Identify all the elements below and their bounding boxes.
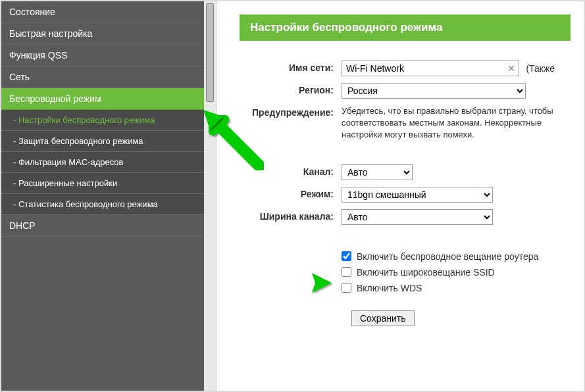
ssid-label: Имя сети: xyxy=(240,61,342,73)
sidebar-item-wireless-stats[interactable]: - Статистика беспроводного режима xyxy=(1,194,216,215)
sidebar-item-network[interactable]: Сеть xyxy=(1,66,216,88)
ssid-broadcast-label: Включить широковещание SSID xyxy=(357,267,495,278)
also-text: (Также xyxy=(526,63,555,74)
sidebar-item-dhcp[interactable]: DHCP xyxy=(1,215,216,237)
sidebar-item-quicksetup[interactable]: Быстрая настройка xyxy=(1,23,216,45)
main-content: Настройки беспроводного режима Имя сети:… xyxy=(216,1,584,391)
sidebar-item-qss[interactable]: Функция QSS xyxy=(1,45,216,66)
sidebar: Состояние Быстрая настройка Функция QSS … xyxy=(1,1,216,391)
ssid-input[interactable] xyxy=(342,61,519,76)
sidebar-item-mac-filter[interactable]: - Фильтрация MAC-адресов xyxy=(1,152,216,173)
sidebar-item-wireless[interactable]: Беспроводной режим xyxy=(1,88,216,110)
scroll-thumb[interactable] xyxy=(206,3,214,102)
channel-label: Канал: xyxy=(240,164,342,177)
mode-select[interactable]: 11bgn смешанный xyxy=(342,187,493,203)
clear-icon[interactable]: ✕ xyxy=(507,63,515,74)
save-button[interactable]: Сохранить xyxy=(351,310,415,326)
width-select[interactable]: Авто xyxy=(342,209,493,225)
region-select[interactable]: Россия xyxy=(342,83,526,99)
region-label: Регион: xyxy=(240,83,342,95)
page-title: Настройки беспроводного режима xyxy=(240,14,571,41)
warning-text: Убедитесь, что вы правильно выбрали стра… xyxy=(342,105,571,141)
scrollbar[interactable]: ▲ xyxy=(204,1,216,391)
sidebar-item-status[interactable]: Состояние xyxy=(1,1,216,23)
sidebar-item-wireless-security[interactable]: - Защита беспроводного режима xyxy=(1,131,216,152)
warning-label: Предупреждение: xyxy=(240,105,342,118)
channel-select[interactable]: Авто xyxy=(342,164,413,180)
sidebar-item-advanced[interactable]: - Расширенные настройки xyxy=(1,173,216,194)
mode-label: Режим: xyxy=(240,187,342,199)
wds-label: Включить WDS xyxy=(357,283,422,293)
wds-checkbox[interactable] xyxy=(342,283,351,293)
sidebar-item-wireless-settings[interactable]: - Настройки беспроводного режима xyxy=(1,110,216,131)
broadcast-checkbox[interactable] xyxy=(342,251,351,261)
broadcast-label: Включить беспроводное вещание роутера xyxy=(357,251,538,262)
ssid-broadcast-checkbox[interactable] xyxy=(342,267,351,277)
width-label: Ширина канала: xyxy=(240,209,342,222)
